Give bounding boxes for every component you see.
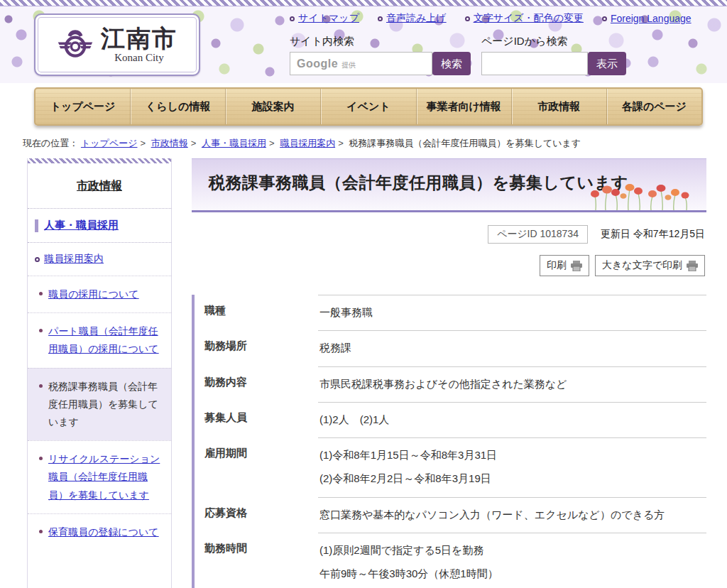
bullet-dot-icon xyxy=(39,530,43,533)
page-title-banner: 税務課事務職員（会計年度任用職員）を募集しています xyxy=(192,158,706,212)
sitemap-link[interactable]: サイトマップ xyxy=(290,12,359,25)
section-bar-icon xyxy=(35,219,38,232)
pageid-search-label: ページIDから検索 xyxy=(481,35,716,48)
page-top-stripe xyxy=(0,0,727,6)
breadcrumb-link-top[interactable]: トップページ xyxy=(81,138,138,148)
sidebar-item-recruit-guide[interactable]: 職員採用案内 xyxy=(35,253,164,266)
pageid-search-input[interactable] xyxy=(481,52,588,75)
breadcrumb-link-hr[interactable]: 人事・職員採用 xyxy=(202,138,266,148)
print-actions: 印刷 大きな文字で印刷 xyxy=(192,255,706,276)
sidebar-top-stripe xyxy=(28,158,171,163)
site-search-input[interactable] xyxy=(290,52,432,75)
row-value: 窓口業務や基本的なパソコン入力（ワード、エクセルなど）のできる方 xyxy=(318,497,706,533)
row-value: 一般事務職 xyxy=(318,295,706,330)
page-id-badge: ページID 1018734 xyxy=(488,225,588,244)
sidebar-item-recycle-station[interactable]: リサイクルステーション職員（会計年度任用職員）を募集しています xyxy=(28,440,171,513)
foreign-language-link[interactable]: Foreign Language xyxy=(602,13,692,24)
audio-readout-link[interactable]: 音声読み上げ xyxy=(378,12,447,25)
site-header: 江南市 Konan City サイトマップ 音声読み上げ 文字サイズ・配色の変更… xyxy=(0,6,727,83)
pageid-search: ページIDから検索 表示 検索の仕方 xyxy=(481,35,716,75)
flower-decoration-icon xyxy=(590,182,696,210)
printer-icon xyxy=(571,261,582,271)
bullet-ring-icon xyxy=(602,16,607,21)
table-row-workplace: 勤務場所 税務課 xyxy=(192,330,706,366)
bullet-dot-icon xyxy=(39,292,43,295)
table-row-openings: 募集人員 (1)2人 (2)1人 xyxy=(192,402,706,437)
row-term: 職種 xyxy=(192,295,318,330)
bullet-dot-icon xyxy=(39,329,43,332)
nav-top-page[interactable]: トップページ xyxy=(35,89,130,124)
site-search-label: サイト内検索 xyxy=(290,35,474,48)
bullet-ring-icon xyxy=(378,16,383,21)
global-nav: トップページ くらしの情報 施設案内 イベント 事業者向け情報 市政情報 各課の… xyxy=(34,87,703,126)
nav-business-info[interactable]: 事業者向け情報 xyxy=(416,89,511,124)
row-term: 雇用期間 xyxy=(192,437,318,497)
sidebar-title[interactable]: 市政情報 xyxy=(28,163,171,208)
breadcrumb-label: 現在の位置： xyxy=(23,138,78,148)
content: 市政情報 人事・職員採用 職員採用案内 職員の採用について パート職員（会計年度… xyxy=(0,158,727,588)
table-row-qualifications: 応募資格 窓口業務や基本的なパソコン入力（ワード、エクセルなど）のできる方 xyxy=(192,497,706,533)
site-logo[interactable]: 江南市 Konan City xyxy=(34,13,200,76)
bullet-dot-icon xyxy=(39,384,43,388)
main-column: 税務課事務職員（会計年度任用職員）を募集しています xyxy=(192,158,706,588)
nav-city-info[interactable]: 市政情報 xyxy=(511,89,606,124)
bullet-ring-icon xyxy=(35,257,40,262)
nav-departments[interactable]: 各課のページ xyxy=(606,89,701,124)
row-term: 勤務時間 xyxy=(192,533,318,588)
nav-events[interactable]: イベント xyxy=(320,89,415,124)
breadcrumb-link-city-info[interactable]: 市政情報 xyxy=(151,138,188,148)
sidebar-item-hr-recruit[interactable]: 人事・職員採用 xyxy=(35,219,164,232)
table-row-work-content: 勤務内容 市県民税課税事務およびその他指定された業務など xyxy=(192,366,706,402)
row-term: 応募資格 xyxy=(192,497,318,533)
row-value: (1)原則2週間で指定する5日を勤務 午前9時～午後3時30分（休憩1時間） (… xyxy=(318,533,706,588)
city-emblem-icon xyxy=(57,26,94,63)
breadcrumb-current: 税務課事務職員（会計年度任用職員）を募集しています xyxy=(349,138,581,148)
table-row-work-hours: 勤務時間 (1)原則2週間で指定する5日を勤務 午前9時～午後3時30分（休憩1… xyxy=(192,533,706,588)
bullet-ring-icon xyxy=(465,16,470,21)
table-row-employment-period: 雇用期間 (1)令和8年1月15日～令和8年3月31日 (2)令和8年2月2日～… xyxy=(192,437,706,497)
show-button[interactable]: 表示 xyxy=(588,52,626,75)
site-title: 江南市 xyxy=(101,26,177,50)
print-button[interactable]: 印刷 xyxy=(540,255,589,276)
utility-links: サイトマップ 音声読み上げ 文字サイズ・配色の変更 Foreign Langua… xyxy=(290,12,692,25)
print-large-button[interactable]: 大きな文字で印刷 xyxy=(595,255,705,276)
row-term: 募集人員 xyxy=(192,402,318,437)
bullet-ring-icon xyxy=(290,16,295,21)
job-details-table: 職種 一般事務職 勤務場所 税務課 勤務内容 市県民税課税事務およびその他指定さ… xyxy=(192,295,706,588)
row-value: (1)2人 (2)1人 xyxy=(318,402,706,437)
site-search: サイト内検索 Google 提供 検索 xyxy=(290,35,474,75)
sidebar-category: 職員採用案内 xyxy=(28,242,171,276)
site-title-en: Konan City xyxy=(101,52,177,64)
sidebar: 市政情報 人事・職員採用 職員採用案内 職員の採用について パート職員（会計年度… xyxy=(27,158,172,588)
printer-icon xyxy=(687,261,698,271)
sidebar-item-staff-recruit[interactable]: 職員の採用について xyxy=(28,276,171,312)
global-nav-wrap: トップページ くらしの情報 施設案内 イベント 事業者向け情報 市政情報 各課の… xyxy=(0,83,727,126)
updated-date: 更新日 令和7年12月5日 xyxy=(601,228,705,241)
row-term: 勤務場所 xyxy=(192,330,318,366)
row-value: 市県民税課税事務およびその他指定された業務など xyxy=(318,366,706,402)
row-value: 税務課 xyxy=(318,330,706,366)
nav-facilities[interactable]: 施設案内 xyxy=(225,89,320,124)
nav-living-info[interactable]: くらしの情報 xyxy=(130,89,225,124)
row-term: 勤務内容 xyxy=(192,366,318,402)
breadcrumb-link-recruit-guide[interactable]: 職員採用案内 xyxy=(280,138,335,148)
sidebar-section: 人事・職員採用 xyxy=(28,208,171,242)
breadcrumb: 現在の位置： トップページ> 市政情報> 人事・職員採用> 職員採用案内> 税務… xyxy=(0,126,727,158)
bullet-dot-icon xyxy=(39,457,43,460)
search-button[interactable]: 検索 xyxy=(432,52,471,75)
font-size-color-link[interactable]: 文字サイズ・配色の変更 xyxy=(465,12,584,25)
table-row-job-type: 職種 一般事務職 xyxy=(192,295,706,330)
sidebar-item-childcare-register[interactable]: 保育職員の登録について xyxy=(28,513,171,550)
page-meta: ページID 1018734 更新日 令和7年12月5日 xyxy=(192,225,706,244)
row-value: (1)令和8年1月15日～令和8年3月31日 (2)令和8年2月2日～令和8年3… xyxy=(318,437,706,497)
sidebar-item-tax-clerk-current: 税務課事務職員（会計年度任用職員）を募集しています xyxy=(28,368,171,441)
sidebar-item-part-time[interactable]: パート職員（会計年度任用職員）の採用について xyxy=(28,312,171,367)
